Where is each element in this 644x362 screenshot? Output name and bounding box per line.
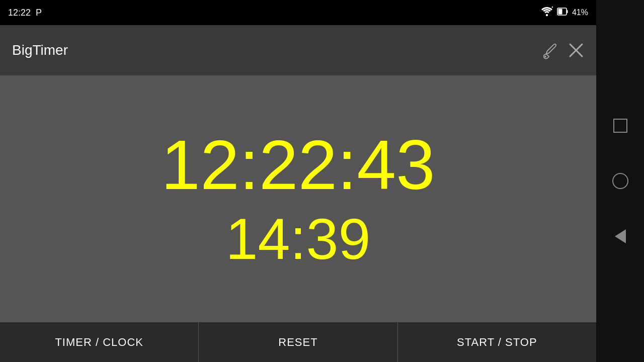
wrench-icon bbox=[540, 41, 558, 59]
svg-point-5 bbox=[544, 56, 546, 58]
main-display: 12:22:43 14:39 bbox=[0, 75, 596, 322]
svg-rect-3 bbox=[567, 10, 568, 13]
app-title: BigTimer bbox=[12, 42, 68, 58]
time-secondary: 14:39 bbox=[226, 210, 371, 268]
bottom-bar: TIMER / CLOCK RESET START / STOP bbox=[0, 322, 596, 362]
start-stop-button[interactable]: START / STOP bbox=[398, 322, 596, 362]
svg-line-1 bbox=[552, 7, 553, 8]
reset-button[interactable]: RESET bbox=[199, 322, 397, 362]
parking-icon: P bbox=[36, 8, 42, 18]
back-button[interactable] bbox=[608, 224, 633, 249]
svg-rect-4 bbox=[558, 9, 562, 14]
timer-clock-button[interactable]: TIMER / CLOCK bbox=[0, 322, 199, 362]
battery-icon bbox=[557, 7, 568, 19]
home-button[interactable] bbox=[608, 168, 633, 194]
back-icon bbox=[615, 229, 626, 243]
battery-percent: 41% bbox=[572, 8, 588, 17]
status-right: 41% bbox=[541, 7, 588, 19]
close-button[interactable] bbox=[568, 42, 584, 58]
status-left: 12:22 P bbox=[8, 8, 42, 18]
header-icons bbox=[540, 41, 584, 59]
app-header: BigTimer bbox=[0, 25, 596, 75]
time-primary: 12:22:43 bbox=[161, 130, 435, 200]
app-container: 12:22 P 41% bbox=[0, 0, 596, 362]
home-icon bbox=[612, 173, 628, 189]
square-icon bbox=[613, 119, 627, 133]
wifi-icon bbox=[541, 7, 553, 19]
status-time: 12:22 bbox=[8, 8, 31, 18]
close-icon bbox=[568, 42, 584, 58]
svg-point-0 bbox=[546, 14, 548, 16]
settings-button[interactable] bbox=[540, 41, 558, 59]
recents-button[interactable] bbox=[608, 113, 633, 138]
nav-bar bbox=[596, 0, 644, 362]
status-bar: 12:22 P 41% bbox=[0, 0, 596, 25]
